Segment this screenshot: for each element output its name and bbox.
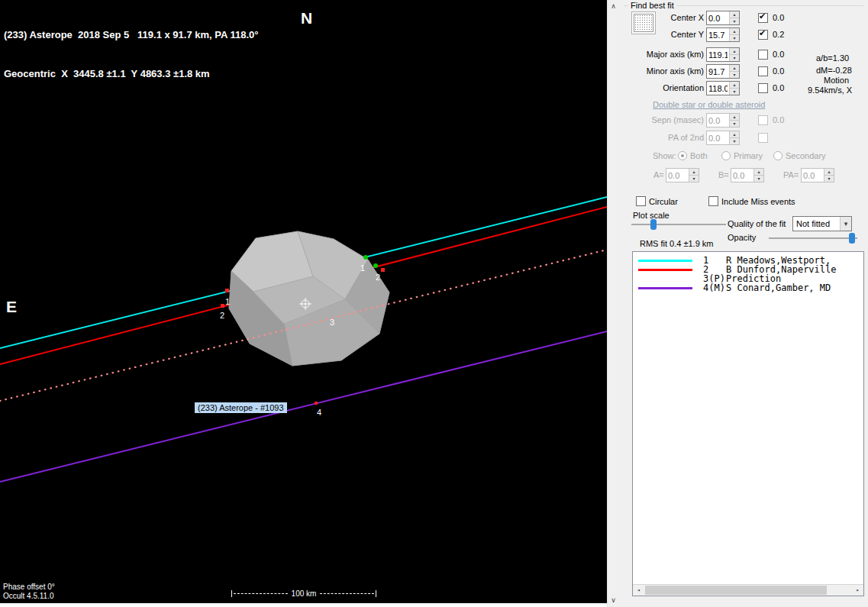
spinner-up-icon[interactable]: ▴ xyxy=(730,48,739,55)
circular-label: Circular xyxy=(649,197,678,207)
center-x-spinner[interactable]: ▴▾ xyxy=(706,11,740,25)
window-bottom-strip xyxy=(0,603,607,607)
main-vertical-scrollbar[interactable]: ∧ ∨ xyxy=(607,0,619,607)
chord4-label: 4 xyxy=(317,408,321,417)
major-axis-error-value: 0.0 xyxy=(773,50,784,60)
b-input[interactable] xyxy=(731,169,753,182)
asteroid-model[interactable] xyxy=(229,231,389,366)
slider-thumb[interactable] xyxy=(650,219,657,230)
spin-buttons[interactable]: ▴▾ xyxy=(729,82,739,95)
plot-title: (233) Asterope 2018 Sep 5 119.1 x 91.7 k… xyxy=(4,2,259,106)
spin-buttons[interactable]: ▴▾ xyxy=(753,169,763,182)
major-axis-spinner[interactable]: ▴▾ xyxy=(706,47,740,62)
slider-thumb[interactable] xyxy=(849,233,855,244)
a-label: A= xyxy=(653,170,664,180)
spinner-up-icon[interactable]: ▴ xyxy=(689,169,699,176)
spin-buttons[interactable]: ▴▾ xyxy=(824,169,834,182)
pa-input[interactable] xyxy=(802,169,824,182)
quality-dropdown-value: Not fitted xyxy=(793,219,840,228)
opacity-label: Opacity xyxy=(728,233,756,243)
plot-canvas[interactable]: 1 2 1 2 3 4 (233) Asterope 2018 Sep 5 11… xyxy=(0,0,607,603)
spin-buttons[interactable]: ▴▾ xyxy=(729,131,739,144)
spin-buttons[interactable]: ▴▾ xyxy=(729,114,739,127)
separation-input[interactable] xyxy=(707,114,729,127)
spinner-up-icon[interactable]: ▴ xyxy=(730,11,739,18)
b-spinner[interactable]: ▴▾ xyxy=(731,168,764,182)
orientation-fit-checkbox[interactable] xyxy=(758,83,768,93)
spin-buttons[interactable]: ▴▾ xyxy=(689,169,699,182)
pa-of-2nd-input[interactable] xyxy=(707,131,729,144)
spinner-down-icon[interactable]: ▾ xyxy=(730,18,739,24)
minor-axis-spinner[interactable]: ▴▾ xyxy=(706,64,740,79)
spinner-down-icon[interactable]: ▾ xyxy=(730,138,739,144)
spinner-down-icon[interactable]: ▾ xyxy=(754,176,763,182)
spinner-up-icon[interactable]: ▴ xyxy=(754,169,763,176)
spin-buttons[interactable]: ▴▾ xyxy=(729,48,739,61)
separation-fit-checkbox[interactable] xyxy=(758,115,768,125)
scroll-up-icon[interactable]: ∧ xyxy=(608,0,619,13)
spin-buttons[interactable]: ▴▾ xyxy=(729,28,739,41)
chord2-exit-marker2[interactable] xyxy=(381,268,385,272)
center-y-input[interactable] xyxy=(707,28,729,41)
list-item[interactable]: 4(M) S Conard,Gamber, MD xyxy=(633,283,863,292)
magnitude-drop-value: dM=-0.28 xyxy=(816,66,852,76)
chord1-exit-marker[interactable] xyxy=(363,255,368,260)
quality-dropdown[interactable]: Not fitted ▾ xyxy=(792,216,852,231)
spinner-down-icon[interactable]: ▾ xyxy=(730,121,739,127)
major-axis-input[interactable] xyxy=(707,48,729,61)
spinner-down-icon[interactable]: ▾ xyxy=(824,176,834,182)
chord1-entry-marker[interactable] xyxy=(225,289,229,292)
pa-spinner[interactable]: ▴▾ xyxy=(801,168,834,182)
scroll-left-icon[interactable]: ◂ xyxy=(633,585,644,596)
scroll-right-icon[interactable]: ▸ xyxy=(852,585,863,596)
phase-offset-label: Phase offset 0° xyxy=(3,583,55,592)
include-miss-checkbox[interactable] xyxy=(708,196,718,206)
spinner-up-icon[interactable]: ▴ xyxy=(730,65,739,72)
spinner-down-icon[interactable]: ▾ xyxy=(730,35,739,41)
chevron-down-icon[interactable]: ▾ xyxy=(840,217,851,231)
center-x-input[interactable] xyxy=(707,11,729,24)
spinner-up-icon[interactable]: ▴ xyxy=(730,114,739,121)
separation-spinner[interactable]: ▴▾ xyxy=(706,113,740,128)
spinner-down-icon[interactable]: ▾ xyxy=(730,72,739,78)
scrollbar-thumb[interactable] xyxy=(645,586,827,595)
a-input[interactable] xyxy=(666,169,689,182)
slider-track[interactable] xyxy=(769,237,857,239)
chord2-exit-marker[interactable] xyxy=(373,263,378,268)
pa-of-2nd-label: PA of 2nd xyxy=(619,133,704,143)
observer-list[interactable]: 1 R Meadows,Westport, 2 B Dunford,Naperv… xyxy=(632,251,864,596)
show-both-radio[interactable] xyxy=(678,151,687,160)
chord4-tick-marker[interactable] xyxy=(315,402,318,405)
center-y-fit-checkbox[interactable] xyxy=(758,30,768,40)
slider-track[interactable] xyxy=(631,224,726,225)
app-version-label: Occult 4.5.11.0 xyxy=(3,592,54,601)
double-star-link[interactable]: Double star or double asteroid xyxy=(653,100,765,109)
spinner-down-icon[interactable]: ▾ xyxy=(730,89,739,95)
spinner-up-icon[interactable]: ▴ xyxy=(730,28,739,35)
major-axis-fit-checkbox[interactable] xyxy=(758,50,768,60)
a-spinner[interactable]: ▴▾ xyxy=(666,168,699,182)
minor-axis-fit-checkbox[interactable] xyxy=(758,66,768,76)
spinner-up-icon[interactable]: ▴ xyxy=(824,169,834,176)
center-y-spinner[interactable]: ▴▾ xyxy=(706,27,740,42)
show-secondary-radio[interactable] xyxy=(773,151,782,160)
spinner-up-icon[interactable]: ▴ xyxy=(730,82,739,89)
center-x-fit-checkbox[interactable] xyxy=(758,13,768,23)
pa-of-2nd-spinner[interactable]: ▴▾ xyxy=(706,131,740,145)
spinner-down-icon[interactable]: ▾ xyxy=(730,55,739,61)
chord2-entry-marker[interactable] xyxy=(221,304,224,308)
scroll-down-icon[interactable]: ∨ xyxy=(608,594,619,607)
opacity-slider[interactable] xyxy=(769,232,857,244)
pa-of-2nd-fit-checkbox[interactable] xyxy=(758,133,768,143)
spin-buttons[interactable]: ▴▾ xyxy=(729,65,739,78)
orientation-input[interactable] xyxy=(707,82,729,95)
spinner-down-icon[interactable]: ▾ xyxy=(689,176,699,182)
spin-buttons[interactable]: ▴▾ xyxy=(729,11,739,24)
show-primary-radio[interactable] xyxy=(721,151,731,160)
spinner-up-icon[interactable]: ▴ xyxy=(730,131,739,138)
list-horizontal-scrollbar[interactable]: ◂ ▸ xyxy=(633,584,863,596)
orientation-spinner[interactable]: ▴▾ xyxy=(706,81,740,95)
circular-checkbox[interactable] xyxy=(636,196,646,206)
plot-scale-slider[interactable] xyxy=(631,218,726,231)
minor-axis-input[interactable] xyxy=(707,65,729,78)
